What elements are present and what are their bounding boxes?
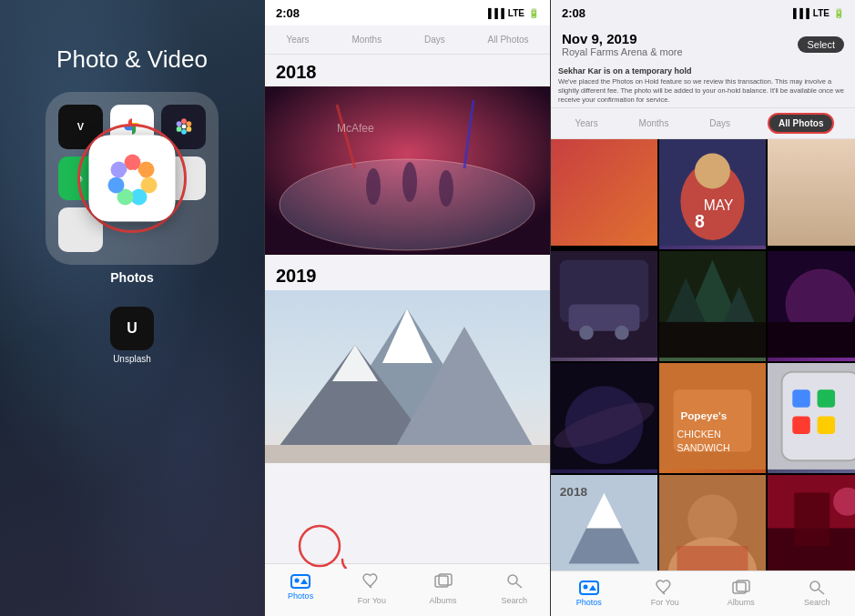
- allphotos-date: Nov 9, 2019: [562, 31, 683, 46]
- tab-label-search-2: Search: [502, 596, 528, 605]
- tab-photos-3[interactable]: Photos: [566, 576, 612, 609]
- photo-thumb-6[interactable]: [768, 251, 855, 361]
- tab-search-3[interactable]: Search: [794, 576, 840, 609]
- allphotos-header: Nov 9, 2019 Royal Farms Arena & more Sel…: [551, 25, 855, 63]
- photos-tab-icon: [290, 571, 311, 590]
- year-section-2019: 2019: [265, 258, 550, 463]
- status-bar-2: 2:08 ▐▐▐ LTE 🔋: [265, 0, 550, 25]
- photo-thumb-1[interactable]: [551, 139, 657, 246]
- svg-marker-32: [300, 579, 308, 584]
- svg-point-2: [186, 126, 191, 132]
- photo-thumb-4[interactable]: [551, 251, 657, 361]
- year-photo-2018[interactable]: McAfee: [265, 86, 550, 255]
- status-icons-3: ▐▐▐ LTE 🔋: [790, 8, 844, 18]
- tab-albums-3[interactable]: Albums: [718, 576, 764, 609]
- svg-point-17: [366, 168, 381, 205]
- tab-label-foryou-3: For You: [651, 598, 679, 607]
- date-info: Nov 9, 2019 Royal Farms Arena & more: [562, 31, 683, 57]
- svg-rect-46: [568, 305, 639, 331]
- nav-tab-years-3[interactable]: Years: [571, 113, 601, 134]
- svg-point-5: [176, 121, 181, 126]
- notification-text: We've placed the Photos on Hold feature …: [558, 77, 848, 104]
- photo-thumb-11[interactable]: [659, 475, 766, 571]
- svg-rect-69: [792, 417, 809, 434]
- svg-point-31: [295, 579, 300, 583]
- svg-point-84: [583, 585, 587, 590]
- tab-foryou-2[interactable]: For You: [349, 570, 394, 607]
- nav-tab-years[interactable]: Years: [282, 29, 312, 50]
- svg-rect-68: [817, 389, 834, 407]
- svg-point-14: [123, 169, 141, 187]
- svg-rect-53: [659, 322, 766, 358]
- photo-thumb-8[interactable]: Popeye's CHICKEN SANDWICH: [659, 363, 766, 473]
- bottom-app-unsplash[interactable]: U Unsplash: [110, 307, 154, 364]
- nav-tab-months-3[interactable]: Months: [636, 113, 673, 134]
- bottom-tabs-3: Photos For You Albums Search: [551, 571, 855, 616]
- svg-text:CHICKEN: CHICKEN: [677, 429, 720, 439]
- tab-photos-2[interactable]: Photos: [278, 570, 323, 607]
- status-time-3: 2:08: [562, 6, 585, 20]
- unsplash-icon[interactable]: U: [110, 307, 154, 350]
- years-nav-tabs: Years Months Days All Photos: [265, 25, 550, 55]
- photo-thumb-9[interactable]: [768, 363, 855, 473]
- svg-rect-67: [792, 389, 809, 407]
- svg-text:2018: 2018: [560, 485, 588, 499]
- year-section-2018: 2018: [265, 55, 550, 255]
- svg-text:MAY: MAY: [704, 197, 734, 213]
- nav-tab-allphotos[interactable]: All Photos: [484, 29, 533, 50]
- lte-icon-3: LTE: [813, 8, 830, 18]
- nav-tab-months[interactable]: Months: [348, 29, 385, 50]
- folder-label: Photos: [110, 270, 153, 285]
- nav-tab-allphotos-3[interactable]: All Photos: [768, 113, 834, 134]
- svg-rect-30: [291, 575, 310, 588]
- photo-thumb-10[interactable]: 2018: [551, 475, 657, 571]
- nav-tab-days[interactable]: Days: [421, 29, 449, 50]
- svg-rect-83: [580, 581, 598, 594]
- tab-label-albums-3: Albums: [728, 598, 755, 607]
- svg-text:8: 8: [695, 212, 705, 232]
- year-photo-2019[interactable]: [265, 290, 550, 463]
- allphotos-location: Royal Farms Arena & more: [562, 46, 683, 57]
- svg-point-19: [439, 170, 453, 207]
- svg-rect-81: [794, 493, 830, 546]
- svg-point-48: [615, 326, 629, 340]
- tab-foryou-3[interactable]: For You: [642, 576, 687, 609]
- photos-app-icon[interactable]: [89, 136, 176, 222]
- signal-icon: ▐▐▐: [485, 8, 504, 18]
- notification-title: Sekhar Kar is on a temporary hold: [558, 66, 848, 76]
- photo-thumb-2[interactable]: MAY 8: [659, 139, 766, 249]
- albums-tab-icon: [433, 571, 454, 594]
- svg-point-1: [186, 121, 191, 126]
- svg-text:Popeye's: Popeye's: [680, 409, 727, 421]
- select-button[interactable]: Select: [798, 36, 844, 53]
- svg-text:SANDWICH: SANDWICH: [677, 443, 729, 454]
- tab-label-albums-2: Albums: [430, 596, 457, 605]
- tab-search-2[interactable]: Search: [492, 570, 537, 607]
- svg-point-37: [300, 526, 340, 566]
- foryou-tab-icon: [361, 571, 382, 594]
- home-title: Photo & Video: [56, 45, 208, 74]
- svg-point-76: [687, 495, 738, 545]
- photo-thumb-7[interactable]: [551, 363, 657, 473]
- nav-tab-days-3[interactable]: Days: [706, 113, 734, 134]
- photo-thumb-3[interactable]: [768, 139, 855, 246]
- tab-label-photos-2: Photos: [288, 591, 313, 601]
- year-label-2019: 2019: [265, 258, 550, 290]
- svg-rect-78: [677, 546, 748, 571]
- svg-marker-85: [589, 585, 596, 591]
- svg-line-89: [819, 590, 824, 594]
- photo-thumb-12[interactable]: [768, 475, 855, 571]
- signal-icon-3: ▐▐▐: [790, 8, 809, 18]
- svg-point-47: [579, 326, 594, 340]
- photo-thumb-5[interactable]: [659, 251, 766, 361]
- svg-point-88: [810, 581, 819, 591]
- tab-albums-2[interactable]: Albums: [421, 570, 466, 607]
- app-folder[interactable]: V ♪: [46, 92, 219, 265]
- svg-rect-70: [817, 417, 834, 434]
- search-tab-icon: [504, 571, 525, 594]
- years-panel: 2:08 ▐▐▐ LTE 🔋 Years Months Days All Pho…: [264, 0, 551, 616]
- svg-point-4: [176, 126, 181, 132]
- svg-point-12: [107, 177, 124, 193]
- svg-point-18: [402, 162, 417, 202]
- svg-line-36: [516, 583, 522, 588]
